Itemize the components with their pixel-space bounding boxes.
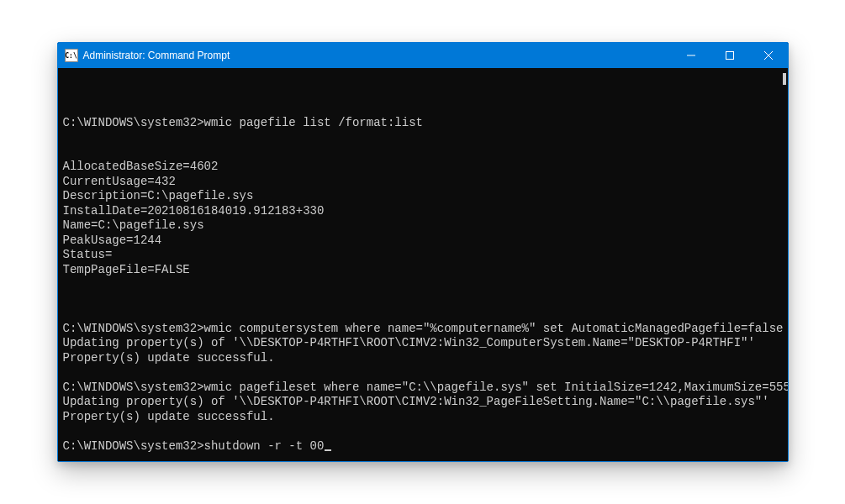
text-cursor (325, 449, 331, 451)
terminal-line: Updating property(s) of '\\DESKTOP-P4RTH… (63, 336, 783, 351)
terminal-line (63, 292, 783, 307)
window-controls (672, 43, 788, 68)
terminal-line (63, 145, 783, 160)
minimize-icon (687, 51, 695, 60)
close-button[interactable] (749, 43, 788, 68)
terminal-line: TempPageFile=FALSE (63, 263, 783, 278)
terminal-line (63, 277, 783, 292)
window-title: Administrator: Command Prompt (83, 50, 672, 61)
terminal-line: Property(s) update successful. (63, 351, 783, 366)
terminal-line (63, 424, 783, 439)
terminal-line (63, 130, 783, 145)
terminal-line: CurrentUsage=432 (63, 175, 783, 190)
terminal-line: PeakUsage=1244 (63, 234, 783, 249)
terminal-line: C:\WINDOWS\system32>wmic pagefileset whe… (63, 381, 783, 396)
maximize-button[interactable] (710, 43, 749, 68)
terminal-output[interactable]: C:\WINDOWS\system32>wmic pagefile list /… (58, 68, 788, 461)
terminal-line: Name=C:\pagefile.sys (63, 218, 783, 234)
close-icon (764, 51, 773, 60)
terminal-line: Updating property(s) of '\\DESKTOP-P4RTH… (63, 395, 783, 410)
scrollbar-thumb[interactable] (783, 73, 786, 85)
terminal-line: Description=C:\pagefile.sys (63, 189, 783, 204)
terminal-line: C:\WINDOWS\system32>wmic pagefile list /… (63, 116, 783, 131)
app-icon: C:\ (65, 49, 78, 62)
command-prompt-window: C:\ Administrator: Command Prompt C:\WIN… (57, 42, 789, 462)
maximize-icon (726, 51, 734, 60)
terminal-line (63, 307, 783, 322)
titlebar[interactable]: C:\ Administrator: Command Prompt (58, 43, 788, 68)
terminal-line: AllocatedBaseSize=4602 (63, 160, 783, 175)
terminal-line: InstallDate=20210816184019.912183+330 (63, 204, 783, 219)
terminal-line: Property(s) update successful. (63, 410, 783, 425)
svg-rect-1 (726, 52, 733, 60)
terminal-line: C:\WINDOWS\system32>wmic computersystem … (63, 322, 783, 337)
terminal-line: Status= (63, 248, 783, 263)
terminal-line (63, 365, 783, 381)
minimize-button[interactable] (672, 43, 710, 68)
terminal-line: C:\WINDOWS\system32>shutdown -r -t 00 (63, 439, 783, 454)
